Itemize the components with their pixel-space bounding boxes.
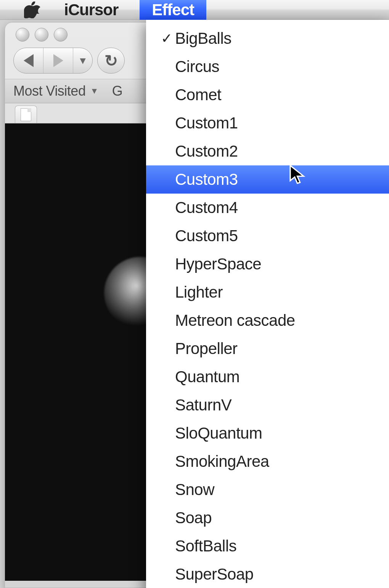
forward-button[interactable] — [43, 48, 73, 74]
effect-dropdown: ✓BigBallsCircusCometCustom1Custom2Custom… — [146, 20, 389, 588]
effect-item-comet[interactable]: Comet — [146, 81, 389, 109]
effect-item-circus[interactable]: Circus — [146, 53, 389, 81]
bookmark-label: G — [112, 83, 123, 99]
effect-item-smokingarea[interactable]: SmokingArea — [146, 447, 389, 476]
effect-item-label: BigBalls — [175, 29, 231, 48]
back-button[interactable] — [14, 48, 43, 74]
effect-item-sloquantum[interactable]: SloQuantum — [146, 419, 389, 447]
effect-item-label: Circus — [175, 58, 219, 76]
effect-item-label: Custom1 — [175, 114, 238, 132]
effect-item-label: SoftBalls — [175, 537, 236, 555]
apple-menu-icon[interactable] — [24, 0, 41, 20]
effect-item-custom5[interactable]: Custom5 — [146, 222, 389, 250]
effect-item-propeller[interactable]: Propeller — [146, 335, 389, 363]
effect-item-custom4[interactable]: Custom4 — [146, 194, 389, 222]
effect-item-quantum[interactable]: Quantum — [146, 363, 389, 391]
effect-item-hyperspace[interactable]: HyperSpace — [146, 250, 389, 278]
effect-item-label: Snow — [175, 481, 214, 499]
effect-item-label: Custom4 — [175, 199, 238, 217]
bookmark-label: Most Visited — [13, 83, 85, 99]
browser-tab[interactable] — [15, 106, 37, 123]
effect-item-metreon-cascade[interactable]: Metreon cascade — [146, 306, 389, 335]
page-icon — [21, 108, 31, 121]
minimize-button[interactable] — [35, 28, 48, 42]
bookmarks-bar: Most Visited ▼ G — [5, 79, 157, 103]
recent-pages-button[interactable]: ▼ — [73, 48, 92, 74]
bookmark-most-visited[interactable]: Most Visited ▼ — [13, 83, 98, 99]
menu-effect[interactable]: Effect — [140, 0, 206, 20]
tab-strip — [5, 103, 157, 123]
effect-item-label: HyperSpace — [175, 255, 261, 273]
effect-item-label: Custom2 — [175, 142, 238, 160]
effect-item-label: Custom3 — [175, 170, 238, 189]
menubar: iCursor Effect — [0, 0, 389, 20]
effect-item-label: SloQuantum — [175, 424, 262, 442]
effect-item-snow[interactable]: Snow — [146, 476, 389, 504]
effect-item-label: Custom5 — [175, 227, 238, 245]
checkmark-icon: ✓ — [158, 30, 175, 46]
effect-item-label: Metreon cascade — [175, 311, 295, 330]
effect-item-label: Quantum — [175, 368, 240, 386]
effect-item-label: Soap — [175, 509, 212, 527]
app-name[interactable]: iCursor — [64, 1, 118, 19]
browser-window: ▼ ↻ Most Visited ▼ G — [5, 22, 157, 588]
effect-item-custom1[interactable]: Custom1 — [146, 109, 389, 137]
bookmark-item-2[interactable]: G — [112, 83, 123, 99]
effect-item-label: Comet — [175, 86, 221, 104]
zoom-button[interactable] — [54, 28, 68, 42]
effect-item-label: Propeller — [175, 340, 238, 358]
page-content — [5, 123, 157, 581]
reload-button[interactable]: ↻ — [97, 48, 125, 74]
effect-item-custom2[interactable]: Custom2 — [146, 137, 389, 165]
browser-toolbar: ▼ ↻ — [5, 45, 157, 79]
effect-item-softballs[interactable]: SoftBalls — [146, 532, 389, 560]
effect-item-saturnv[interactable]: SaturnV — [146, 391, 389, 419]
effect-item-label: Lighter — [175, 283, 223, 301]
window-controls — [5, 22, 157, 45]
effect-item-label: SmokingArea — [175, 452, 269, 471]
effect-item-label: SuperSoap — [175, 565, 254, 583]
effect-item-label: SaturnV — [175, 396, 231, 414]
effect-item-bigballs[interactable]: ✓BigBalls — [146, 24, 389, 53]
effect-item-lighter[interactable]: Lighter — [146, 278, 389, 306]
effect-item-soap[interactable]: Soap — [146, 504, 389, 532]
effect-item-supersoap[interactable]: SuperSoap — [146, 560, 389, 588]
effect-item-custom3[interactable]: Custom3 — [146, 165, 389, 194]
chevron-down-icon: ▼ — [90, 86, 98, 96]
nav-back-forward: ▼ — [13, 48, 93, 74]
close-button[interactable] — [16, 28, 29, 42]
